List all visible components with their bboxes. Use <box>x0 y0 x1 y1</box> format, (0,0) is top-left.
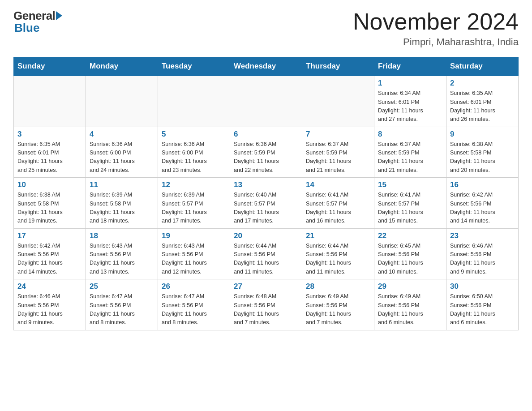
calendar-cell <box>302 76 374 127</box>
day-number: 30 <box>450 282 515 291</box>
logo-triangle-icon <box>56 11 62 20</box>
calendar-cell <box>158 76 230 127</box>
day-number: 16 <box>450 180 515 189</box>
day-info: Sunrise: 6:49 AMSunset: 5:56 PMDaylight:… <box>306 292 370 327</box>
day-info: Sunrise: 6:38 AMSunset: 5:58 PMDaylight:… <box>17 191 82 226</box>
day-info: Sunrise: 6:35 AMSunset: 6:01 PMDaylight:… <box>450 89 515 124</box>
day-number: 29 <box>378 282 442 291</box>
day-info: Sunrise: 6:44 AMSunset: 5:56 PMDaylight:… <box>306 242 370 277</box>
day-info: Sunrise: 6:44 AMSunset: 5:56 PMDaylight:… <box>234 242 298 277</box>
day-number: 24 <box>17 282 82 291</box>
day-info: Sunrise: 6:48 AMSunset: 5:56 PMDaylight:… <box>234 292 298 327</box>
calendar-cell: 29Sunrise: 6:49 AMSunset: 5:56 PMDayligh… <box>374 279 446 330</box>
day-number: 20 <box>234 231 298 240</box>
day-number: 1 <box>378 79 442 88</box>
calendar-cell: 6Sunrise: 6:36 AMSunset: 5:59 PMDaylight… <box>230 127 302 178</box>
location-title: Pimpri, Maharashtra, India <box>353 36 519 48</box>
day-info: Sunrise: 6:42 AMSunset: 5:56 PMDaylight:… <box>450 191 515 226</box>
calendar-cell: 10Sunrise: 6:38 AMSunset: 5:58 PMDayligh… <box>14 178 86 229</box>
weekday-header-monday: Monday <box>86 57 158 76</box>
day-info: Sunrise: 6:38 AMSunset: 5:58 PMDaylight:… <box>450 140 515 175</box>
calendar-cell: 20Sunrise: 6:44 AMSunset: 5:56 PMDayligh… <box>230 228 302 279</box>
calendar-cell: 25Sunrise: 6:47 AMSunset: 5:56 PMDayligh… <box>86 279 158 330</box>
day-info: Sunrise: 6:47 AMSunset: 5:56 PMDaylight:… <box>162 292 226 327</box>
calendar-cell: 30Sunrise: 6:50 AMSunset: 5:56 PMDayligh… <box>446 279 519 330</box>
day-info: Sunrise: 6:40 AMSunset: 5:57 PMDaylight:… <box>234 191 298 226</box>
calendar-cell: 5Sunrise: 6:36 AMSunset: 6:00 PMDaylight… <box>158 127 230 178</box>
day-number: 5 <box>162 130 226 139</box>
page-header: General Blue November 2024 Pimpri, Mahar… <box>13 9 519 48</box>
weekday-header-sunday: Sunday <box>14 57 86 76</box>
day-number: 19 <box>162 231 226 240</box>
calendar-week-2: 3Sunrise: 6:35 AMSunset: 6:01 PMDaylight… <box>14 127 519 178</box>
day-info: Sunrise: 6:41 AMSunset: 5:57 PMDaylight:… <box>378 191 442 226</box>
calendar-table: SundayMondayTuesdayWednesdayThursdayFrid… <box>13 57 519 330</box>
day-info: Sunrise: 6:36 AMSunset: 6:00 PMDaylight:… <box>162 140 226 175</box>
calendar-cell: 24Sunrise: 6:46 AMSunset: 5:56 PMDayligh… <box>14 279 86 330</box>
day-info: Sunrise: 6:36 AMSunset: 6:00 PMDaylight:… <box>90 140 154 175</box>
day-info: Sunrise: 6:37 AMSunset: 5:59 PMDaylight:… <box>306 140 370 175</box>
calendar-cell: 21Sunrise: 6:44 AMSunset: 5:56 PMDayligh… <box>302 228 374 279</box>
day-number: 4 <box>90 130 154 139</box>
day-number: 9 <box>450 130 515 139</box>
day-number: 12 <box>162 180 226 189</box>
day-info: Sunrise: 6:39 AMSunset: 5:57 PMDaylight:… <box>162 191 226 226</box>
calendar-cell: 9Sunrise: 6:38 AMSunset: 5:58 PMDaylight… <box>446 127 519 178</box>
calendar-cell: 16Sunrise: 6:42 AMSunset: 5:56 PMDayligh… <box>446 178 519 229</box>
day-info: Sunrise: 6:41 AMSunset: 5:57 PMDaylight:… <box>306 191 370 226</box>
day-number: 3 <box>17 130 82 139</box>
day-info: Sunrise: 6:45 AMSunset: 5:56 PMDaylight:… <box>378 242 442 277</box>
calendar-cell: 3Sunrise: 6:35 AMSunset: 6:01 PMDaylight… <box>14 127 86 178</box>
day-number: 18 <box>90 231 154 240</box>
day-number: 21 <box>306 231 370 240</box>
calendar-cell: 14Sunrise: 6:41 AMSunset: 5:57 PMDayligh… <box>302 178 374 229</box>
day-info: Sunrise: 6:47 AMSunset: 5:56 PMDaylight:… <box>90 292 154 327</box>
day-number: 25 <box>90 282 154 291</box>
calendar-cell: 11Sunrise: 6:39 AMSunset: 5:58 PMDayligh… <box>86 178 158 229</box>
calendar-week-1: 1Sunrise: 6:34 AMSunset: 6:01 PMDaylight… <box>14 76 519 127</box>
day-number: 13 <box>234 180 298 189</box>
day-number: 7 <box>306 130 370 139</box>
day-number: 11 <box>90 180 154 189</box>
calendar-cell <box>230 76 302 127</box>
weekday-header-wednesday: Wednesday <box>230 57 302 76</box>
day-info: Sunrise: 6:35 AMSunset: 6:01 PMDaylight:… <box>17 140 82 175</box>
day-info: Sunrise: 6:43 AMSunset: 5:56 PMDaylight:… <box>90 242 154 277</box>
weekday-header-friday: Friday <box>374 57 446 76</box>
day-info: Sunrise: 6:43 AMSunset: 5:56 PMDaylight:… <box>162 242 226 277</box>
logo-blue-text: Blue <box>13 21 39 35</box>
calendar-cell: 2Sunrise: 6:35 AMSunset: 6:01 PMDaylight… <box>446 76 519 127</box>
calendar-cell: 27Sunrise: 6:48 AMSunset: 5:56 PMDayligh… <box>230 279 302 330</box>
calendar-cell: 12Sunrise: 6:39 AMSunset: 5:57 PMDayligh… <box>158 178 230 229</box>
day-number: 10 <box>17 180 82 189</box>
day-info: Sunrise: 6:49 AMSunset: 5:56 PMDaylight:… <box>378 292 442 327</box>
day-number: 26 <box>162 282 226 291</box>
calendar-cell: 23Sunrise: 6:46 AMSunset: 5:56 PMDayligh… <box>446 228 519 279</box>
day-info: Sunrise: 6:46 AMSunset: 5:56 PMDaylight:… <box>450 242 515 277</box>
weekday-header-saturday: Saturday <box>446 57 519 76</box>
day-number: 23 <box>450 231 515 240</box>
calendar-cell: 15Sunrise: 6:41 AMSunset: 5:57 PMDayligh… <box>374 178 446 229</box>
day-number: 15 <box>378 180 442 189</box>
day-number: 8 <box>378 130 442 139</box>
calendar-cell: 4Sunrise: 6:36 AMSunset: 6:00 PMDaylight… <box>86 127 158 178</box>
calendar-cell: 1Sunrise: 6:34 AMSunset: 6:01 PMDaylight… <box>374 76 446 127</box>
weekday-header-tuesday: Tuesday <box>158 57 230 76</box>
day-info: Sunrise: 6:46 AMSunset: 5:56 PMDaylight:… <box>17 292 82 327</box>
day-info: Sunrise: 6:34 AMSunset: 6:01 PMDaylight:… <box>378 89 442 124</box>
calendar-cell: 22Sunrise: 6:45 AMSunset: 5:56 PMDayligh… <box>374 228 446 279</box>
calendar-cell: 28Sunrise: 6:49 AMSunset: 5:56 PMDayligh… <box>302 279 374 330</box>
calendar-cell: 19Sunrise: 6:43 AMSunset: 5:56 PMDayligh… <box>158 228 230 279</box>
calendar-week-5: 24Sunrise: 6:46 AMSunset: 5:56 PMDayligh… <box>14 279 519 330</box>
day-info: Sunrise: 6:37 AMSunset: 5:59 PMDaylight:… <box>378 140 442 175</box>
day-number: 14 <box>306 180 370 189</box>
calendar-cell: 18Sunrise: 6:43 AMSunset: 5:56 PMDayligh… <box>86 228 158 279</box>
calendar-cell <box>86 76 158 127</box>
calendar-week-4: 17Sunrise: 6:42 AMSunset: 5:56 PMDayligh… <box>14 228 519 279</box>
day-info: Sunrise: 6:36 AMSunset: 5:59 PMDaylight:… <box>234 140 298 175</box>
calendar-cell: 26Sunrise: 6:47 AMSunset: 5:56 PMDayligh… <box>158 279 230 330</box>
day-number: 28 <box>306 282 370 291</box>
day-number: 22 <box>378 231 442 240</box>
day-number: 27 <box>234 282 298 291</box>
title-section: November 2024 Pimpri, Maharashtra, India <box>353 9 519 48</box>
